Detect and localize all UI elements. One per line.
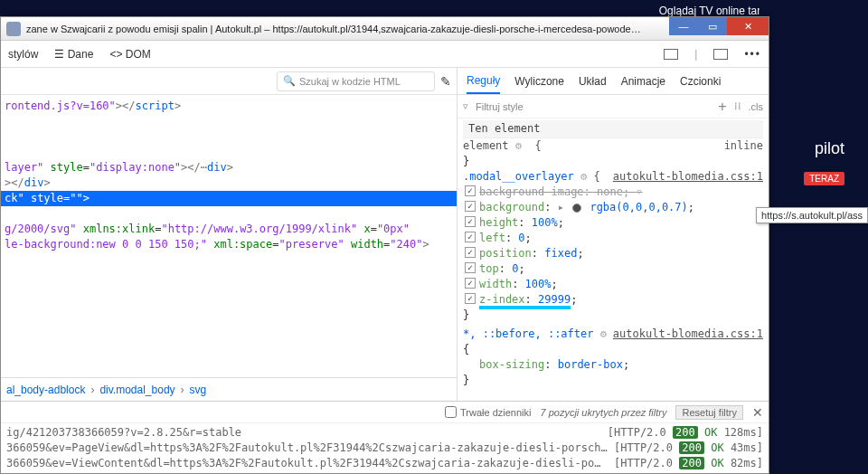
window-icon — [6, 22, 21, 36]
tab-animations[interactable]: Animacje — [621, 70, 665, 93]
tab-fonts[interactable]: Czcionki — [680, 70, 721, 93]
top-toolbar: stylów ☰ Dane <> DOM | ••• — [1, 41, 769, 68]
html-tree[interactable]: rontend.js?v=160"></script> layer" style… — [1, 95, 457, 377]
edit-icon[interactable]: ✎ — [440, 74, 451, 89]
pilot-logo: pilot — [815, 139, 844, 158]
window-title: zane w Szwajcarii z powodu emisji spalin… — [26, 24, 769, 34]
filter-input[interactable]: Filtruj style — [476, 101, 711, 112]
toolbar-stylow[interactable]: stylów — [8, 48, 38, 61]
window-titlebar[interactable]: zane w Szwajcarii z powodu emisji spalin… — [1, 17, 769, 41]
reset-filters-button[interactable]: Resetuj filtry — [675, 405, 743, 420]
pseudo-class-icon[interactable]: ⁞⁞ — [734, 100, 741, 112]
breadcrumb[interactable]: al_body-adblock› div.modal_body› svg — [1, 377, 457, 401]
filter-swatch-icon[interactable]: ▿ — [636, 185, 642, 198]
more-icon[interactable]: ••• — [744, 48, 761, 61]
cls-toggle[interactable]: .cls — [749, 101, 764, 112]
url-tooltip: https://s.autokult.pl/ass — [756, 207, 868, 223]
toolbar-dom[interactable]: <> DOM — [109, 48, 150, 61]
console-output[interactable]: ig/421203738366059?v=2.8.25&r=stable[HTT… — [1, 423, 769, 473]
color-swatch-icon[interactable] — [572, 204, 581, 213]
search-icon: 🔍 — [283, 75, 296, 87]
window-close-button[interactable]: ✕ — [727, 17, 769, 35]
filter-icon: ▿ — [463, 100, 468, 112]
this-element-header: Ten element — [463, 120, 763, 138]
inspector-pane: 🔍 Szukaj w kodzie HTML ✎ rontend.js?v=16… — [1, 68, 457, 401]
dock-icon[interactable] — [664, 49, 678, 60]
dock-side-icon[interactable] — [713, 49, 728, 60]
hidden-count: 7 pozycji ukrytych przez filtry — [540, 407, 666, 418]
tab-rules[interactable]: Reguły — [467, 69, 500, 94]
css-rules[interactable]: Ten element element ⚙ {inline } .modal__… — [458, 118, 769, 401]
html-search-input[interactable]: 🔍 Szukaj w kodzie HTML — [277, 71, 435, 91]
add-rule-icon[interactable]: + — [718, 99, 726, 115]
selected-node[interactable]: ck" style=""> — [1, 191, 457, 206]
cta-button[interactable]: TERAZ — [804, 172, 844, 185]
tab-computed[interactable]: Wyliczone — [514, 70, 564, 93]
window-maximize-button[interactable]: ▭ — [698, 17, 727, 35]
console-panel: Trwałe dzienniki 7 pozycji ukrytych prze… — [1, 401, 769, 473]
persist-logs-checkbox[interactable]: Trwałe dzienniki — [445, 406, 531, 418]
devtools-window: zane w Szwajcarii z powodu emisji spalin… — [0, 16, 769, 474]
window-minimize-button[interactable]: — — [669, 17, 698, 35]
close-console-icon[interactable]: ✕ — [752, 405, 763, 420]
page-right-column: pilot TERAZ — [760, 0, 868, 474]
styles-tabs: Reguły Wyliczone Układ Animacje Czcionki — [458, 68, 769, 95]
expand-icon[interactable]: ▸ — [558, 201, 564, 213]
tab-layout[interactable]: Układ — [579, 70, 607, 93]
toolbar-dane[interactable]: ☰ Dane — [54, 48, 93, 61]
styles-pane: Reguły Wyliczone Układ Animacje Czcionki… — [457, 68, 769, 401]
